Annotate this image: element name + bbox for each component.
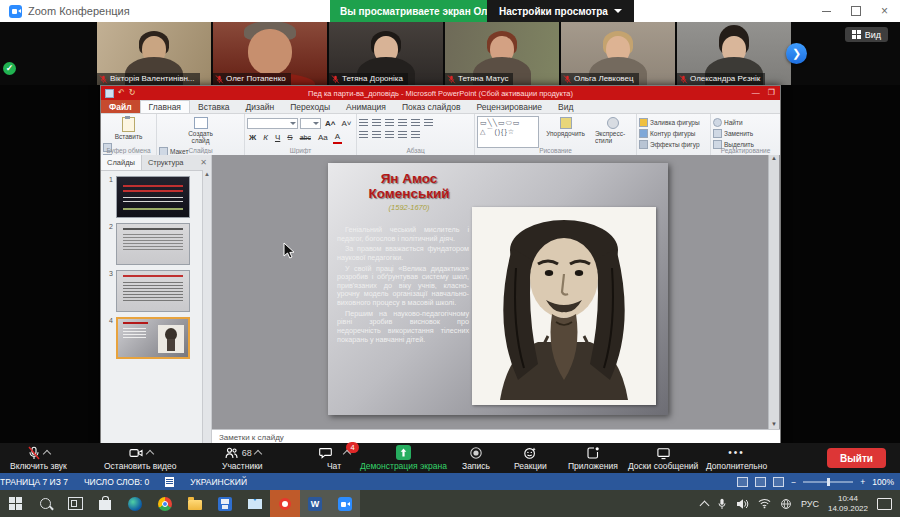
participant-video-4[interactable]: Тетяна Матус (445, 22, 559, 85)
bullets-icon[interactable] (359, 119, 368, 127)
tray-mic-icon[interactable] (717, 498, 727, 510)
chrome-browser[interactable] (150, 490, 180, 517)
panel-close-icon[interactable]: ✕ (196, 155, 211, 170)
shape-outline-button[interactable]: Контур фигуры (639, 129, 708, 138)
shape-fill-button[interactable]: Заливка фигуры (639, 118, 708, 127)
notification-center-icon[interactable] (877, 498, 892, 510)
slide-thumbnail-3[interactable] (116, 270, 190, 312)
video-options-caret[interactable] (145, 450, 153, 458)
zoom-out-icon[interactable]: − (791, 477, 796, 487)
tab-view[interactable]: Вид (550, 100, 581, 113)
tab-file[interactable]: Файл (101, 100, 140, 113)
zoom-level[interactable]: 100% (872, 477, 894, 487)
quick-styles-button[interactable]: Экспресс-стили (592, 116, 634, 146)
shapes-gallery[interactable]: ▭╲╲▭⬭▭ △⌒(){}☆ (477, 116, 539, 148)
columns-icon[interactable] (411, 131, 420, 139)
proofing-icon[interactable] (165, 477, 174, 487)
tab-review[interactable]: Рецензирование (468, 100, 550, 113)
mail-app[interactable] (240, 490, 270, 517)
slide-thumbnail-4-selected[interactable] (116, 317, 190, 359)
file-explorer[interactable] (180, 490, 210, 517)
more-button[interactable]: ••• Дополнительно (706, 445, 767, 471)
numbering-icon[interactable] (372, 119, 381, 127)
slide-thumbnail-2[interactable] (116, 223, 190, 265)
indent-increase-icon[interactable] (398, 119, 407, 127)
change-case-button[interactable]: Аа (316, 133, 330, 143)
network-globe-icon[interactable] (780, 498, 792, 510)
speaker-icon[interactable] (736, 498, 749, 510)
indent-decrease-icon[interactable] (385, 119, 394, 127)
tab-transitions[interactable]: Переходы (282, 100, 338, 113)
panel-scrollbar[interactable]: ▲ (202, 170, 211, 444)
wifi-icon[interactable] (758, 498, 771, 509)
language-switcher[interactable]: РУС (801, 499, 819, 509)
print-layout-icon[interactable] (755, 477, 766, 487)
microsoft-store[interactable] (90, 490, 120, 517)
view-button[interactable]: Вид (845, 27, 888, 42)
font-color-button[interactable]: А (333, 132, 342, 144)
maximize-button[interactable] (851, 6, 861, 16)
slide-scrollbar[interactable]: ▲▼ (768, 155, 779, 429)
minimize-button[interactable] (822, 11, 831, 12)
clock[interactable]: 10:44 14.09.2022 (828, 494, 868, 512)
leave-button[interactable]: Выйти (827, 448, 886, 468)
read-mode-icon[interactable] (737, 477, 748, 487)
clear-format-button[interactable]: abc (298, 133, 313, 143)
line-spacing-icon[interactable] (411, 119, 420, 127)
tab-design[interactable]: Дизайн (238, 100, 283, 113)
tab-home[interactable]: Главная (140, 100, 190, 113)
ppt-minimize-button[interactable]: — (752, 89, 760, 97)
start-button[interactable] (0, 490, 30, 517)
mute-options-caret[interactable] (43, 450, 51, 458)
mute-button[interactable]: Включить звук (10, 445, 67, 471)
zoom-in-icon[interactable]: + (860, 477, 865, 487)
tab-slideshow[interactable]: Показ слайдов (394, 100, 469, 113)
participant-video-5[interactable]: Ольга Левковец (561, 22, 675, 85)
participants-button[interactable]: 68 Участники (222, 445, 263, 471)
page-indicator[interactable]: ТРАНИЦА 7 ИЗ 7 (0, 477, 68, 487)
find-button[interactable]: Найти (713, 118, 778, 127)
paste-button[interactable]: Вставить (103, 116, 154, 141)
shrink-font-button[interactable]: A˅ (339, 119, 353, 129)
shape-effects-button[interactable]: Эффекты фигур (639, 140, 708, 149)
tab-animations[interactable]: Анимация (338, 100, 394, 113)
word-app[interactable]: W (300, 490, 330, 517)
chat-button[interactable]: 4 Чат (318, 445, 350, 471)
record-button[interactable]: Запись (462, 445, 490, 471)
justify-icon[interactable] (398, 131, 407, 139)
close-button[interactable]: × (881, 5, 888, 17)
participant-video-6[interactable]: Олександра Рєзнік (677, 22, 791, 85)
participant-video-2[interactable]: Олег Потапенко (213, 22, 327, 85)
align-right-icon[interactable] (385, 131, 394, 139)
arrange-button[interactable]: Упорядочить (543, 116, 588, 146)
panel-tab-outline[interactable]: Структура (142, 155, 190, 170)
apps-button[interactable]: Приложения (568, 445, 618, 471)
opera-browser[interactable] (270, 490, 300, 517)
strikethrough-button[interactable]: S (285, 133, 294, 143)
font-size-dropdown[interactable] (300, 118, 321, 129)
taskbar-search[interactable] (30, 490, 60, 517)
tray-expand-icon[interactable] (699, 500, 709, 510)
replace-button[interactable]: Заменить (713, 129, 778, 138)
language-indicator[interactable]: УКРАИНСКИЙ (190, 477, 247, 487)
slide-thumbnail-1[interactable] (116, 176, 190, 218)
panel-tab-slides[interactable]: Слайды (101, 155, 142, 170)
zoom-app[interactable] (330, 490, 360, 517)
participant-video-1[interactable]: Вікторія Валентинівн... (97, 22, 211, 85)
share-screen-button[interactable]: Демонстрация экрана (360, 445, 447, 471)
edge-browser[interactable] (120, 490, 150, 517)
view-settings-button[interactable]: Настройки просмотра (487, 0, 634, 22)
notes-pane[interactable]: Заметки к слайду (212, 429, 780, 444)
whiteboard-button[interactable]: Доски сообщений (628, 445, 698, 471)
align-left-icon[interactable] (359, 131, 368, 139)
save-app[interactable] (210, 490, 240, 517)
text-direction-icon[interactable] (424, 119, 433, 127)
participant-video-3[interactable]: Тетяна Дороніка (329, 22, 443, 85)
web-layout-icon[interactable] (773, 477, 784, 487)
new-slide-button[interactable]: Создать слайд (159, 116, 242, 145)
align-center-icon[interactable] (372, 131, 381, 139)
font-name-dropdown[interactable] (247, 118, 298, 129)
word-count[interactable]: ЧИСЛО СЛОВ: 0 (84, 477, 149, 487)
stop-video-button[interactable]: Остановить видео (104, 445, 176, 471)
participants-caret[interactable] (254, 450, 262, 458)
